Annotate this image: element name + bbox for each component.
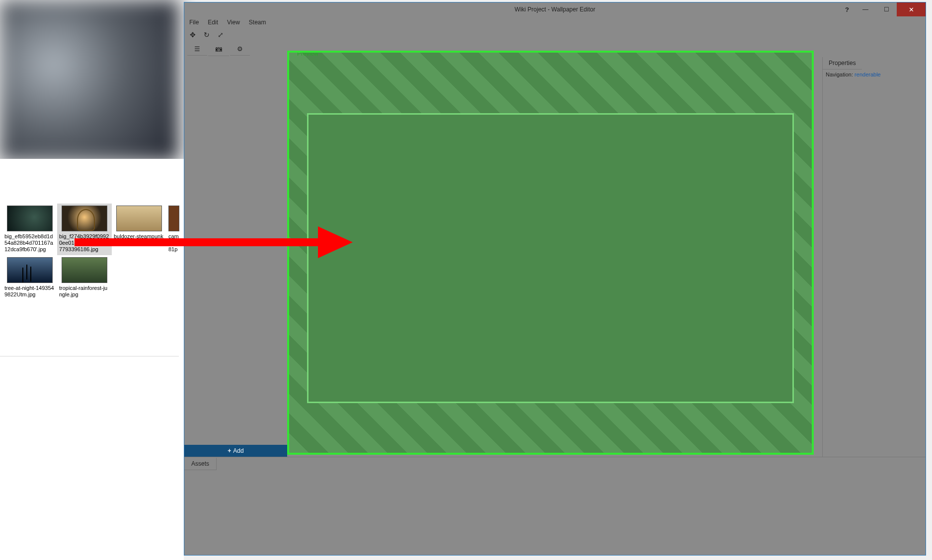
help-button[interactable]: ? [839,2,855,16]
divider [0,356,179,356]
editor-window: Wiki Project - Wallpaper Editor ? — ☐ ✕ … [184,2,926,556]
menu-edit[interactable]: Edit [208,19,218,26]
window-controls: ? — ☐ ✕ [839,2,926,16]
menu-view[interactable]: View [227,19,240,26]
drop-inner [307,113,794,403]
rotate-icon[interactable]: ↻ [202,31,211,39]
thumbnail [116,206,162,231]
list-icon[interactable]: ☰ [187,43,207,56]
navigation-line: Navigation: renderable [823,70,926,79]
file-grid: big_efb5952eb8d1d54a828b4d701167a12dca9f… [2,204,184,300]
file-item[interactable]: big_f274b3929f09920ee014aa0b5c8880779339… [57,204,112,255]
thumbnail [7,206,53,231]
add-label: Add [233,447,243,454]
file-item[interactable]: camp5381p [166,204,181,255]
preview-tab[interactable]: Preview [290,51,325,59]
drop-zone[interactable]: Preview [287,51,814,455]
file-label: buldozer-steampunk-wallpaper.jpg [114,233,164,246]
navigation-label: Navigation: [826,71,853,77]
file-item[interactable]: big_efb5952eb8d1d54a828b4d701167a12dca9f… [2,204,57,255]
assets-bar: Assets [184,457,926,471]
file-item[interactable]: tree-at-night-1493549822Utm.jpg [2,255,57,300]
properties-panel: Properties Navigation: renderable [822,57,926,457]
file-item[interactable]: buldozer-steampunk-wallpaper.jpg [112,204,166,255]
file-label: tree-at-night-1493549822Utm.jpg [4,285,55,298]
assets-tab[interactable]: Assets [184,458,217,470]
window-title: Wiki Project - Wallpaper Editor [515,6,595,13]
navigation-link[interactable]: renderable [854,71,881,77]
menu-bar: File Edit View Steam [184,16,926,28]
preview-panel: Preview [287,57,822,457]
layers-panel: + Add [184,57,287,457]
thumbnail [62,206,107,231]
menu-file[interactable]: File [189,19,199,26]
scale-icon[interactable]: ⤢ [216,31,225,39]
maximize-button[interactable]: ☐ [876,2,897,16]
thumbnail [62,257,107,283]
gear-icon[interactable]: ⚙ [230,43,250,56]
assets-panel [184,471,926,555]
toolbar: ✥ ↻ ⤢ [184,28,926,41]
plus-icon: + [228,447,231,454]
file-label: camp5381p [168,233,179,253]
file-label: big_efb5952eb8d1d54a828b4d701167a12dca9f… [4,233,55,253]
menu-steam[interactable]: Steam [249,19,266,26]
thumbnail [7,257,53,283]
file-label: tropical-rainforest-jungle.jpg [59,285,110,298]
file-label: big_f274b3929f09920ee014aa0b5c8880779339… [59,233,110,253]
add-button[interactable]: + Add [184,445,287,457]
close-button[interactable]: ✕ [897,2,926,16]
thumbnail [168,206,179,231]
move-icon[interactable]: ✥ [188,31,197,39]
camera-icon[interactable]: 📷︎ [208,43,229,56]
file-explorer-panel: big_efb5952eb8d1d54a828b4d701167a12dca9f… [0,159,184,560]
desktop-background [0,0,179,161]
minimize-button[interactable]: — [855,2,876,16]
editor-body: + Add Preview Properties Navigation: ren… [184,57,926,457]
file-item[interactable]: tropical-rainforest-jungle.jpg [57,255,112,300]
properties-tab[interactable]: Properties [823,57,862,70]
title-bar[interactable]: Wiki Project - Wallpaper Editor ? — ☐ ✕ [184,2,926,16]
